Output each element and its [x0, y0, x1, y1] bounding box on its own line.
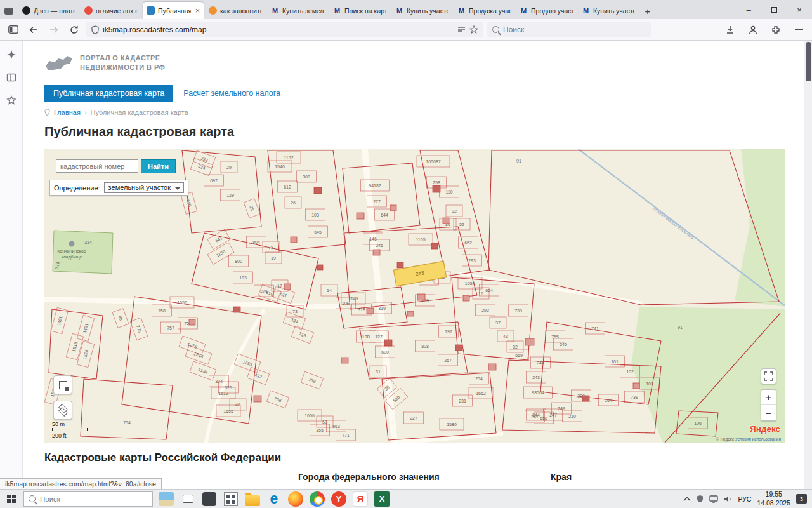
- cadastral-block[interactable]: [382, 373, 496, 440]
- parcel[interactable]: 775: [130, 318, 148, 340]
- firefox-taskbar-button[interactable]: [285, 490, 306, 508]
- yandex-browser-taskbar-button[interactable]: Y: [328, 490, 350, 508]
- reload-button[interactable]: [66, 22, 82, 38]
- parcel[interactable]: 308: [297, 171, 317, 182]
- reader-icon[interactable]: [457, 26, 466, 34]
- url-bar[interactable]: ik5map.roscadastres.com/map: [86, 22, 483, 37]
- parcel[interactable]: 292: [476, 304, 495, 316]
- parcel[interactable]: 1214: [185, 345, 212, 364]
- parcel[interactable]: 103: [306, 209, 325, 220]
- cadastral-block[interactable]: [452, 277, 534, 360]
- select-area-button[interactable]: [53, 375, 72, 394]
- parcel[interactable]: 1491: [51, 307, 68, 333]
- taskbar-clock[interactable]: 19:55 14.08.2025: [757, 490, 790, 507]
- bookmark-star-icon[interactable]: [469, 25, 478, 34]
- parcel[interactable]: 254: [469, 373, 489, 384]
- extensions-button[interactable]: [768, 22, 784, 38]
- parcel[interactable]: 1655: [216, 405, 240, 417]
- minimize-button[interactable]: –: [736, 0, 761, 19]
- fullscreen-button[interactable]: [761, 368, 776, 384]
- cadastral-block[interactable]: [488, 150, 779, 305]
- forward-button[interactable]: [46, 22, 62, 38]
- parcel[interactable]: 78: [263, 241, 279, 253]
- parcel[interactable]: 210: [563, 410, 582, 422]
- parcel[interactable]: 663: [327, 420, 346, 432]
- zoom-in-button[interactable]: +: [761, 390, 776, 405]
- cadastral-number-input[interactable]: [56, 159, 138, 173]
- firefox-view-button[interactable]: [0, 3, 18, 19]
- new-tab-button[interactable]: +: [639, 3, 656, 19]
- cadastral-block[interactable]: [122, 297, 261, 424]
- tray-expand-button[interactable]: [683, 497, 691, 502]
- scrollbar-thumb[interactable]: [806, 42, 811, 81]
- zoom-out-button[interactable]: −: [761, 405, 776, 420]
- sidebar-toggle-button[interactable]: [5, 22, 22, 38]
- menu-button[interactable]: [790, 22, 807, 38]
- parcel[interactable]: 48: [112, 309, 129, 328]
- parcel[interactable]: 19: [265, 252, 282, 264]
- download-button[interactable]: [722, 22, 738, 38]
- tab-close-icon[interactable]: ×: [194, 6, 200, 15]
- parcel[interactable]: 1580: [440, 418, 464, 430]
- parcel[interactable]: 314: [84, 240, 92, 244]
- parcel[interactable]: 612: [278, 181, 298, 192]
- taskbar-search[interactable]: [23, 491, 153, 507]
- edge-taskbar-button[interactable]: e: [263, 490, 285, 508]
- parcel[interactable]: 92: [446, 205, 462, 217]
- tray-shield[interactable]: [697, 495, 704, 503]
- back-button[interactable]: [25, 22, 42, 38]
- parcel[interactable]: 641: [207, 229, 230, 249]
- parcel[interactable]: 754: [123, 420, 131, 425]
- browser-search-input[interactable]: [503, 25, 646, 34]
- page-scrollbar[interactable]: [804, 41, 812, 489]
- browser-tab[interactable]: как заполнить...: [205, 2, 266, 19]
- close-button[interactable]: ×: [787, 0, 812, 19]
- cadastral-block[interactable]: [182, 150, 261, 233]
- tray-display[interactable]: [709, 495, 718, 503]
- site-tab[interactable]: Расчет земельного налога: [173, 85, 289, 102]
- parcel[interactable]: 697: [204, 175, 224, 186]
- browser-tab[interactable]: МПоиск на карте L: [329, 2, 390, 19]
- yandex-logo[interactable]: Яндекс: [750, 424, 780, 434]
- parcel[interactable]: 245: [554, 338, 573, 350]
- terms-link[interactable]: Условия использования: [735, 437, 781, 441]
- parcel[interactable]: 244: [531, 357, 551, 368]
- browser-taskbar-button[interactable]: [306, 490, 328, 508]
- parcel[interactable]: 25: [244, 199, 260, 218]
- parcel[interactable]: 1513: [66, 333, 83, 359]
- excel-taskbar-button[interactable]: X: [371, 490, 393, 508]
- browser-tab[interactable]: Дзен — платфор: [18, 2, 79, 19]
- notification-badge[interactable]: 3: [796, 494, 807, 504]
- browser-tab[interactable]: МКупить участок 2: [391, 2, 452, 19]
- parcel[interactable]: 645: [308, 226, 328, 237]
- browser-search-bar[interactable]: [487, 22, 651, 37]
- yandex-taskbar-button[interactable]: Я: [350, 490, 371, 508]
- parcel[interactable]: 267: [438, 354, 458, 366]
- parcel[interactable]: 163: [233, 272, 253, 283]
- browser-tab[interactable]: МПродажа участка: [454, 2, 514, 19]
- parcel[interactable]: 14: [321, 284, 337, 296]
- breadcrumb-home[interactable]: Главная: [54, 109, 81, 116]
- sparkle-icon[interactable]: [6, 50, 16, 60]
- layers-button[interactable]: [53, 401, 72, 420]
- parcel[interactable]: 808: [416, 340, 435, 352]
- parcel[interactable]: 755: [546, 331, 565, 342]
- bookmark-icon[interactable]: [6, 95, 16, 105]
- browser-tab[interactable]: МКупить земельны: [267, 2, 328, 19]
- parcel[interactable]: 50: [317, 416, 333, 427]
- browser-tab[interactable]: отличие лпх от и: [81, 2, 141, 19]
- cadastral-block[interactable]: [337, 287, 407, 328]
- browser-tab[interactable]: Публичная ка...×: [143, 2, 204, 19]
- panels-icon[interactable]: [6, 72, 16, 83]
- map-search-button[interactable]: Найти: [141, 159, 176, 173]
- parcel[interactable]: 1540: [268, 161, 292, 172]
- cadastral-map[interactable]: 1152154030823233429697129612261036456962…: [44, 149, 785, 443]
- parcel[interactable]: 231: [453, 395, 473, 406]
- parcel[interactable]: 43: [497, 330, 514, 342]
- parcel[interactable]: 110: [440, 186, 459, 197]
- parcel[interactable]: 1491: [77, 315, 94, 341]
- taskbar-search-input[interactable]: [40, 495, 148, 503]
- parcel[interactable]: 129: [221, 189, 240, 201]
- account-button[interactable]: [745, 22, 761, 38]
- cadastral-block[interactable]: [81, 379, 173, 439]
